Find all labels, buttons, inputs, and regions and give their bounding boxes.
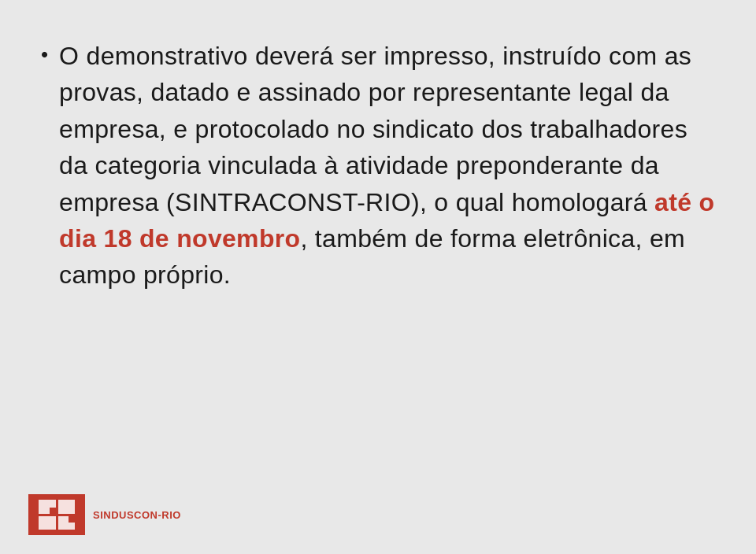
logo-cell-1 xyxy=(39,500,56,514)
logo-text: SINDUSCON-RIO xyxy=(93,509,181,521)
logo-cell-2 xyxy=(58,500,76,514)
bullet-dot: • xyxy=(41,42,48,67)
logo-brand-name: SINDUSCON-RIO xyxy=(93,509,181,521)
text-part-1: O demonstrativo deverá ser impresso, ins… xyxy=(59,42,691,216)
slide-container: • O demonstrativo deverá ser impresso, i… xyxy=(0,0,756,554)
logo-box xyxy=(28,494,85,535)
bullet-item: • O demonstrativo deverá ser impresso, i… xyxy=(41,38,715,294)
text-block: O demonstrativo deverá ser impresso, ins… xyxy=(59,38,715,294)
content-area: • O demonstrativo deverá ser impresso, i… xyxy=(41,38,715,491)
logo-grid xyxy=(39,500,75,530)
logo-container: SINDUSCON-RIO xyxy=(28,494,181,535)
main-paragraph: O demonstrativo deverá ser impresso, ins… xyxy=(59,42,714,289)
logo-cell-4 xyxy=(58,516,76,530)
logo-cell-3 xyxy=(39,516,56,530)
